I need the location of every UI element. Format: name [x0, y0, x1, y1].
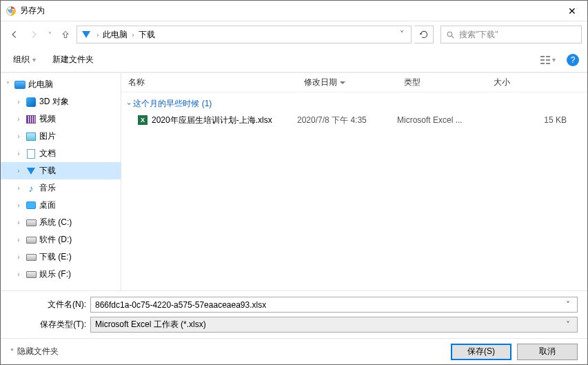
tree-caret-icon[interactable]: › [14, 132, 23, 140]
tree-item[interactable]: ˅此电脑 [1, 76, 121, 93]
help-button[interactable]: ? [567, 54, 579, 66]
new-folder-button[interactable]: 新建文件夹 [48, 52, 98, 68]
address-dropdown[interactable]: ˅ [396, 30, 408, 39]
toolbar: 组织 ▾ 新建文件夹 ▾ ? [1, 48, 587, 72]
tree-item[interactable]: ›文档 [1, 145, 121, 162]
column-type[interactable]: 类型 [397, 77, 487, 88]
chrome-icon [6, 6, 16, 16]
tree-item-label: 视频 [39, 113, 56, 125]
hide-folders-toggle[interactable]: ˄ 隐藏文件夹 [10, 346, 59, 357]
nav-tree[interactable]: ˅此电脑›3D 对象›视频›图片›文档›下载›♪音乐›桌面›系统 (C:)›软件… [1, 73, 121, 290]
tree-caret-icon[interactable]: › [14, 253, 23, 261]
chevron-down-icon: › [125, 102, 133, 104]
chevron-down-icon: ▾ [552, 56, 556, 63]
column-date[interactable]: 修改日期 [297, 77, 397, 88]
column-name[interactable]: 名称 [121, 77, 297, 88]
save-as-dialog: 另存为 ✕ ˅ › 此电脑 › 下载 ˅ 搜索"下载 [0, 0, 588, 365]
filetype-label: 保存类型(T): [6, 319, 86, 331]
tree-item-label: 桌面 [39, 199, 56, 211]
body: ˅此电脑›3D 对象›视频›图片›文档›下载›♪音乐›桌面›系统 (C:)›软件… [1, 72, 587, 290]
tree-item[interactable]: ›软件 (D:) [1, 231, 121, 248]
forward-button [26, 26, 42, 43]
chevron-right-icon: › [132, 31, 134, 39]
tree-item[interactable]: ›3D 对象 [1, 93, 121, 110]
tree-caret-icon[interactable]: › [14, 236, 23, 244]
recent-locations-dropdown[interactable]: ˅ [45, 26, 54, 43]
cancel-button[interactable]: 取消 [517, 344, 578, 360]
tree-item[interactable]: ›系统 (C:) [1, 214, 121, 231]
drive-icon [25, 251, 37, 264]
filename-label: 文件名(N): [6, 299, 86, 310]
chevron-right-icon: › [97, 31, 99, 39]
filetype-value: Microsoft Excel 工作表 (*.xlsx) [95, 319, 563, 331]
search-placeholder: 搜索"下载" [459, 29, 498, 41]
search-icon [445, 30, 455, 39]
chevron-down-icon[interactable]: ˅ [563, 300, 573, 310]
tree-caret-icon[interactable]: › [14, 98, 23, 106]
tree-item-label: 系统 (C:) [39, 217, 72, 228]
file-type: Microsoft Excel ... [397, 115, 487, 125]
tree-caret-icon[interactable]: › [14, 184, 23, 192]
tree-item-label: 音乐 [39, 182, 56, 194]
tree-item-label: 下载 [39, 165, 56, 177]
download-icon [80, 28, 92, 41]
tree-caret-icon[interactable]: › [14, 270, 23, 278]
filename-input[interactable] [95, 300, 563, 310]
tree-item[interactable]: ›娱乐 (F:) [1, 266, 121, 283]
tree-item[interactable]: ›桌面 [1, 197, 121, 214]
chevron-down-icon[interactable]: ˅ [563, 320, 573, 330]
tree-item-label: 娱乐 (F:) [39, 268, 71, 280]
tree-caret-icon[interactable]: ˅ [3, 81, 12, 88]
refresh-button[interactable] [414, 26, 434, 43]
sort-desc-icon [340, 81, 345, 84]
svg-line-5 [452, 36, 454, 38]
tree-item[interactable]: ›图片 [1, 128, 121, 145]
tree-caret-icon[interactable]: › [14, 201, 23, 209]
drive-icon [25, 234, 37, 246]
form-area: 文件名(N): ˅ 保存类型(T): Microsoft Excel 工作表 (… [1, 290, 587, 338]
tree-caret-icon[interactable]: › [14, 167, 23, 175]
breadcrumb-segment[interactable]: 下载 [139, 29, 155, 41]
tree-item-label: 软件 (D:) [39, 234, 72, 246]
up-button[interactable] [57, 26, 74, 43]
file-size: 15 KB [487, 115, 587, 125]
drive-icon [25, 217, 37, 229]
view-mode-button[interactable]: ▾ [538, 54, 558, 66]
pc-icon [14, 79, 26, 91]
tree-item[interactable]: ›下载 [1, 162, 121, 179]
tree-item[interactable]: ›♪音乐 [1, 179, 121, 197]
titlebar: 另存为 ✕ [1, 1, 587, 21]
window-title: 另存为 [20, 5, 562, 17]
close-icon[interactable]: ✕ [562, 6, 582, 17]
group-header[interactable]: › 这个月的早些时候 (1) [121, 95, 587, 112]
excel-icon: X [138, 115, 148, 125]
back-button[interactable] [6, 26, 23, 43]
desk-icon [25, 199, 37, 212]
address-bar[interactable]: › 此电脑 › 下载 ˅ [77, 26, 412, 43]
column-size[interactable]: 大小 [487, 77, 587, 88]
file-row[interactable]: X2020年应届生培训计划-上海.xlsx2020/7/8 下午 4:35Mic… [121, 112, 587, 128]
breadcrumb-segment[interactable]: 此电脑 [103, 29, 128, 41]
tree-item[interactable]: ›下载 (E:) [1, 248, 121, 266]
music-icon: ♪ [25, 182, 37, 195]
file-area[interactable]: › 这个月的早些时候 (1) X2020年应届生培训计划-上海.xlsx2020… [121, 92, 587, 290]
tree-caret-icon[interactable]: › [14, 150, 23, 157]
file-name: 2020年应届生培训计划-上海.xlsx [152, 115, 272, 126]
tree-item[interactable]: ›视频 [1, 110, 121, 128]
tree-item-label: 文档 [39, 148, 56, 159]
filename-field[interactable]: ˅ [90, 297, 578, 313]
tree-item-label: 此电脑 [28, 79, 53, 90]
organize-button[interactable]: 组织 ▾ [9, 52, 40, 68]
tree-caret-icon[interactable]: › [14, 219, 23, 226]
filetype-field[interactable]: Microsoft Excel 工作表 (*.xlsx) ˅ [90, 317, 578, 333]
chevron-down-icon: ▾ [32, 56, 36, 63]
video-icon [25, 113, 37, 126]
chevron-up-icon: ˄ [10, 348, 14, 355]
3d-icon [25, 96, 37, 108]
search-input[interactable]: 搜索"下载" [440, 26, 582, 43]
tree-item-label: 下载 (E:) [39, 251, 72, 263]
file-date: 2020/7/8 下午 4:35 [297, 115, 397, 126]
save-button[interactable]: 保存(S) [451, 344, 511, 360]
tree-caret-icon[interactable]: › [14, 115, 23, 123]
pic-icon [25, 130, 37, 143]
